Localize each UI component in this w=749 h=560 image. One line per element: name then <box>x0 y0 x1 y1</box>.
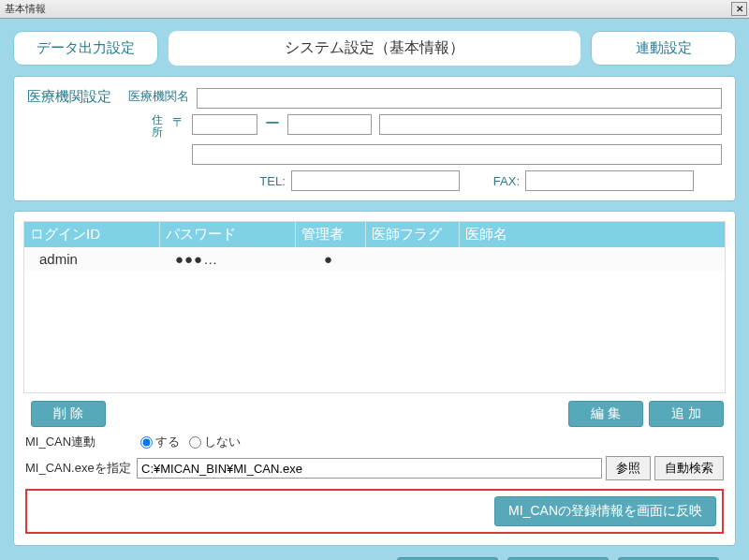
close-icon[interactable]: ✕ <box>731 2 747 16</box>
page-title: システム設定（基本情報） <box>168 30 581 66</box>
address2-input[interactable] <box>192 144 722 165</box>
cell-doctor-name <box>460 247 725 271</box>
auto-search-button[interactable]: 自動検索 <box>654 456 724 480</box>
login-table-header: ログインID パスワード 管理者 医師フラグ 医師名 <box>24 222 725 247</box>
col-login-id: ログインID <box>24 222 160 247</box>
tel-input[interactable] <box>291 170 460 191</box>
mican-exe-input[interactable] <box>137 458 602 479</box>
radio-no[interactable]: しない <box>189 434 241 450</box>
radio-no-input[interactable] <box>189 436 201 449</box>
cell-doctor-flag <box>366 247 460 271</box>
fax-input[interactable] <box>525 170 694 191</box>
postal2-input[interactable] <box>287 114 372 135</box>
data-output-button[interactable]: データ出力設定 <box>13 31 158 66</box>
facility-name-input[interactable] <box>197 88 722 109</box>
address1-input[interactable] <box>379 114 722 135</box>
postal-dash: ー <box>265 114 280 134</box>
cell-admin: ● <box>296 247 366 271</box>
postal1-input[interactable] <box>192 114 257 135</box>
address-label: 住 所 <box>148 114 167 139</box>
col-doctor-name: 医師名 <box>460 222 725 247</box>
delete-button[interactable]: 削 除 <box>31 401 106 427</box>
facility-panel: 医療機関設定 医療機関名 住 所 〒 ー TEL: FAX: <box>13 76 736 201</box>
table-row[interactable]: admin ●●●… ● <box>24 247 725 271</box>
login-panel: ログインID パスワード 管理者 医師フラグ 医師名 admin ●●●… ● … <box>13 211 736 546</box>
cell-login-id: admin <box>24 247 160 271</box>
mican-link-label: MI_CAN連動 <box>25 434 133 450</box>
facility-name-label: 医療機関名 <box>128 88 189 105</box>
link-settings-button[interactable]: 連動設定 <box>591 31 736 66</box>
facility-section-label: 医療機関設定 <box>27 88 121 106</box>
col-password: パスワード <box>160 222 296 247</box>
cell-password: ●●●… <box>160 247 296 271</box>
reflect-button[interactable]: MI_CANの登録情報を画面に反映 <box>494 496 716 526</box>
postal-mark-icon: 〒 <box>172 114 184 131</box>
radio-yes[interactable]: する <box>140 434 180 450</box>
table-empty-area <box>24 271 725 392</box>
add-button[interactable]: 追 加 <box>649 401 724 427</box>
window-titlebar: 基本情報 ✕ <box>0 0 749 19</box>
edit-button[interactable]: 編 集 <box>568 401 643 427</box>
window-title: 基本情報 <box>2 2 731 16</box>
reflect-highlight-box: MI_CANの登録情報を画面に反映 <box>25 489 724 534</box>
radio-yes-input[interactable] <box>140 436 153 449</box>
col-doctor-flag: 医師フラグ <box>366 222 460 247</box>
col-admin: 管理者 <box>296 222 366 247</box>
tel-label: TEL: <box>259 174 285 188</box>
fax-label: FAX: <box>493 174 520 188</box>
mican-exe-label: MI_CAN.exeを指定 <box>25 460 133 477</box>
browse-button[interactable]: 参照 <box>606 456 651 480</box>
login-table: ログインID パスワード 管理者 医師フラグ 医師名 admin ●●●… ● <box>23 221 726 393</box>
